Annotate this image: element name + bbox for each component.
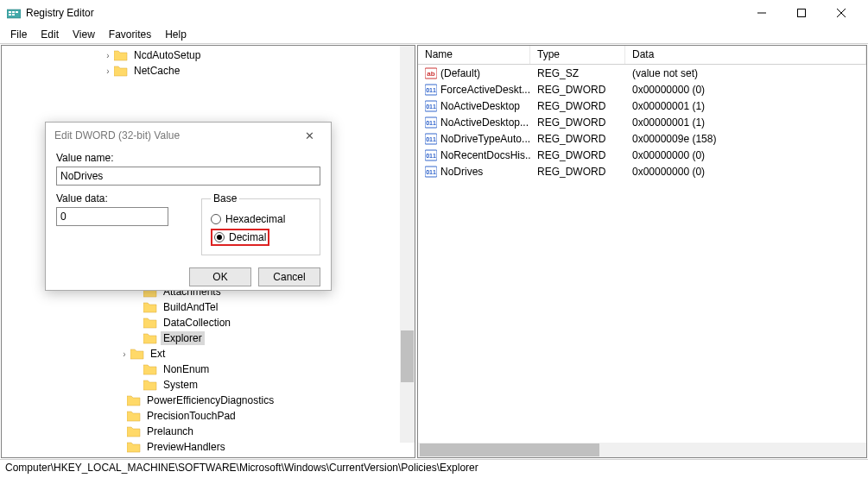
folder-icon (143, 332, 157, 344)
list-row[interactable]: NoActiveDesktopREG_DWORD0x00000001 (1) (418, 97, 866, 114)
window-title: Registry Editor (26, 7, 742, 19)
chevron-right-icon[interactable]: › (118, 349, 130, 359)
list-row[interactable]: NoActiveDesktop...REG_DWORD0x00000001 (1… (418, 114, 866, 130)
value-data: 0x00000000 (0) (625, 148, 866, 162)
ok-button[interactable]: OK (189, 267, 251, 286)
dword-value-icon (425, 166, 437, 178)
folder-icon (130, 348, 144, 360)
value-data-label: Value data: (56, 192, 186, 204)
radio-decimal[interactable]: Decimal (214, 231, 266, 243)
minimize-button[interactable] (742, 0, 782, 26)
value-name: (Default) (440, 67, 480, 79)
value-data: 0x00000001 (1) (625, 99, 866, 113)
radio-icon (214, 232, 225, 242)
app-icon (7, 6, 21, 20)
titlebar: Registry Editor (0, 0, 868, 26)
folder-icon (127, 410, 141, 422)
menu-view[interactable]: View (66, 27, 102, 42)
value-name-input[interactable] (56, 167, 320, 186)
col-header-type[interactable]: Type (530, 46, 625, 64)
list-row[interactable]: NoDrivesREG_DWORD0x00000000 (0) (418, 163, 866, 179)
tree-item-label: DataCollection (161, 316, 233, 330)
menu-favorites[interactable]: Favorites (102, 27, 158, 42)
dword-value-icon (425, 149, 437, 161)
menu-file[interactable]: File (3, 27, 34, 42)
folder-icon (143, 379, 157, 391)
tree-item[interactable]: PropertySystem (2, 455, 415, 458)
tree-item-label: NcdAutoSetup (131, 48, 203, 62)
folder-icon (114, 65, 128, 77)
tree-item[interactable]: ›NcdAutoSetup (2, 47, 415, 63)
tree-item[interactable]: System (2, 377, 415, 393)
tree-item-label: System (161, 378, 200, 392)
value-type: REG_DWORD (530, 148, 625, 162)
value-data: 0x00000000 (0) (625, 165, 866, 179)
menu-edit[interactable]: Edit (34, 27, 66, 42)
tree-item[interactable]: Prelaunch (2, 424, 415, 439)
tree-item[interactable]: BuildAndTel (2, 299, 415, 315)
svg-rect-7 (798, 9, 806, 17)
close-icon (837, 9, 846, 17)
tree-scrollbar-vertical[interactable] (400, 46, 415, 443)
folder-icon (114, 49, 128, 61)
scrollbar-thumb[interactable] (401, 330, 414, 382)
tree-item[interactable]: PreviewHandlers (2, 439, 415, 455)
tree-item[interactable]: DataCollection (2, 315, 415, 330)
col-header-name[interactable]: Name (418, 46, 530, 64)
chevron-right-icon[interactable]: › (102, 51, 114, 60)
list-row[interactable]: NoDriveTypeAuto...REG_DWORD0x0000009e (1… (418, 130, 866, 147)
dialog-close-button[interactable]: ✕ (296, 129, 322, 142)
tree-item[interactable]: PowerEfficiencyDiagnostics (2, 393, 415, 408)
value-data: 0x00000001 (1) (625, 116, 866, 129)
decimal-highlight: Decimal (211, 229, 269, 246)
base-legend: Base (211, 192, 239, 204)
col-header-data[interactable]: Data (625, 46, 866, 64)
value-list[interactable]: (Default)REG_SZ(value not set)ForceActiv… (418, 65, 866, 179)
list-row[interactable]: ForceActiveDeskt...REG_DWORD0x00000000 (… (418, 81, 866, 97)
list-row[interactable]: (Default)REG_SZ(value not set) (418, 65, 866, 81)
folder-icon (143, 301, 157, 313)
hex-label: Hexadecimal (225, 213, 285, 225)
radio-icon (211, 214, 221, 224)
svg-rect-3 (16, 11, 18, 13)
dword-value-icon (425, 84, 437, 96)
scrollbar-thumb[interactable] (420, 443, 599, 456)
dword-value-icon (425, 100, 437, 112)
value-type: REG_DWORD (530, 83, 625, 97)
menubar: File Edit View Favorites Help (0, 26, 868, 43)
chevron-right-icon[interactable]: › (102, 66, 114, 76)
tree-item-label: BuildAndTel (161, 300, 220, 314)
tree-item[interactable]: ›Ext (2, 346, 415, 362)
close-button[interactable] (821, 0, 861, 26)
dialog-titlebar[interactable]: Edit DWORD (32-bit) Value ✕ (46, 123, 331, 148)
svg-rect-5 (12, 14, 15, 16)
dec-label: Decimal (229, 231, 266, 243)
list-header: Name Type Data (418, 46, 866, 65)
tree-item[interactable]: NonEnum (2, 362, 415, 377)
tree-item[interactable]: PrecisionTouchPad (2, 408, 415, 424)
tree-item[interactable]: ›NetCache (2, 63, 415, 79)
tree-item-label: Ext (148, 347, 168, 361)
maximize-button[interactable] (782, 0, 821, 26)
list-row[interactable]: NoRecentDocsHis...REG_DWORD0x00000000 (0… (418, 147, 866, 163)
dword-value-icon (425, 116, 437, 129)
folder-icon (127, 425, 141, 437)
value-name-label: Value name: (56, 152, 320, 164)
value-type: REG_DWORD (530, 165, 625, 179)
value-name: NoActiveDesktop... (440, 116, 529, 129)
folder-icon (143, 363, 157, 375)
tree-item[interactable]: Explorer (2, 330, 415, 346)
cancel-button[interactable]: Cancel (258, 267, 320, 286)
minimize-icon (757, 9, 766, 17)
list-scrollbar-horizontal[interactable] (418, 443, 866, 457)
content: ›NcdAutoSetup›NetCache⌄PoliciesActiveDes… (0, 43, 868, 459)
svg-rect-2 (12, 11, 15, 13)
tree-item-label: Prelaunch (144, 425, 196, 438)
value-data-input[interactable] (56, 207, 168, 226)
menu-help[interactable]: Help (158, 27, 193, 42)
statusbar: Computer\HKEY_LOCAL_MACHINE\SOFTWARE\Mic… (0, 459, 868, 476)
value-type: REG_DWORD (530, 99, 625, 113)
radio-hexadecimal[interactable]: Hexadecimal (211, 213, 311, 225)
dword-value-icon (425, 133, 437, 145)
value-type: REG_DWORD (530, 116, 625, 129)
